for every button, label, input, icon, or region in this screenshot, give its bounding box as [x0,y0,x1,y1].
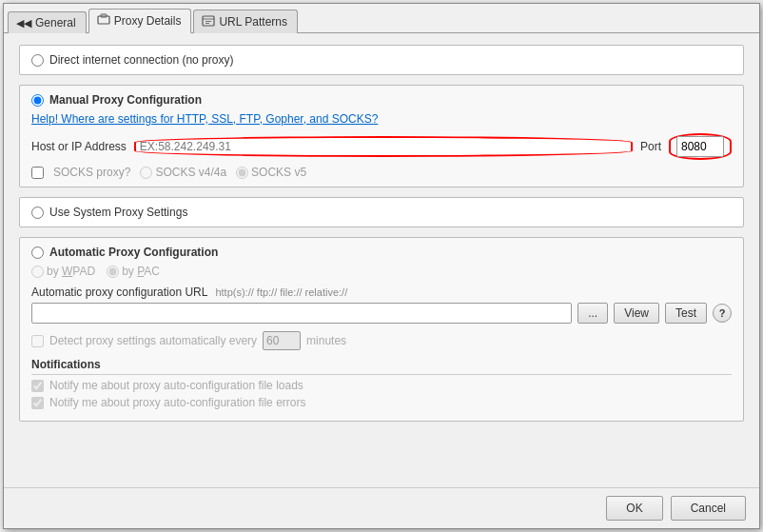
url-icon [202,14,215,30]
manual-section: Manual Proxy Configuration Help! Where a… [19,85,744,187]
socks-v4-option: SOCKS v4/4a [140,166,226,179]
proxy-icon [97,13,110,29]
auto-radio[interactable] [31,246,44,259]
socks-v5-option: SOCKS v5 [236,166,306,179]
socks-v4-radio[interactable] [140,167,152,179]
socks-row: SOCKS proxy? SOCKS v4/4a SOCKS v5 [31,166,732,179]
tab-general[interactable]: ◀◀ General [8,11,87,33]
view-button[interactable]: View [614,303,659,324]
tab-bar: ◀◀ General Proxy Details URL Patterns [4,4,759,33]
host-input[interactable] [134,136,633,157]
detect-interval-input[interactable] [263,331,301,350]
by-pac-radio[interactable] [107,266,119,278]
auto-section: Automatic Proxy Configuration by WPAD by… [19,237,744,422]
system-radio[interactable] [31,207,44,219]
direct-radio[interactable] [31,54,44,67]
host-row: Host or IP Address Port [31,133,732,160]
svg-rect-2 [203,16,214,26]
system-label: Use System Proxy Settings [49,206,187,219]
tab-general-label: General [35,16,76,30]
notifications-heading: Notifications [31,358,732,375]
port-input[interactable] [676,136,724,157]
by-row: by WPAD by PAC [31,265,732,278]
detect-label: Detect proxy settings automatically ever… [49,334,257,347]
help-link[interactable]: Help! Where are settings for HTTP, SSL, … [31,112,732,126]
notify1-row: Notify me about proxy auto-configuration… [31,379,732,392]
footer: OK Cancel [4,487,759,528]
minutes-label: minutes [306,334,346,347]
url-label-row: Automatic proxy configuration URL http(s… [31,286,732,299]
host-label: Host or IP Address [31,140,127,153]
notify1-label: Notify me about proxy auto-configuration… [49,379,303,392]
system-proxy-row[interactable]: Use System Proxy Settings [19,197,744,227]
tab-proxy-details[interactable]: Proxy Details [88,9,192,33]
notify2-row: Notify me about proxy auto-configuration… [31,396,732,409]
general-icon: ◀◀ [16,17,31,30]
tab-proxy-details-label: Proxy Details [114,14,182,28]
manual-radio-label: Manual Proxy Configuration [49,93,202,107]
detect-row: Detect proxy settings automatically ever… [31,331,732,350]
tab-url-patterns-label: URL Patterns [219,15,287,29]
port-label: Port [640,140,661,153]
direct-label: Direct internet connection (no proxy) [49,53,233,67]
url-label: Automatic proxy configuration URL [31,286,207,299]
by-wpad-radio[interactable] [31,266,44,278]
test-button[interactable]: Test [665,303,707,324]
ok-button[interactable]: OK [606,496,662,521]
notify2-label: Notify me about proxy auto-configuration… [49,396,305,409]
browse-button[interactable]: ... [577,303,608,324]
auto-radio-label: Automatic Proxy Configuration [49,246,218,259]
tab-url-patterns[interactable]: URL Patterns [193,10,298,33]
port-container [669,133,732,160]
content-area: Direct internet connection (no proxy) Ma… [4,33,759,487]
url-hint: http(s):// ftp:// file:// relative:// [215,286,347,298]
cancel-button[interactable]: Cancel [671,496,746,521]
notify1-checkbox[interactable] [31,380,44,392]
dialog: ◀◀ General Proxy Details URL Patterns Di… [3,3,760,529]
socks-v5-radio[interactable] [236,167,248,179]
socks-label: SOCKS proxy? [53,166,130,179]
notify2-checkbox[interactable] [31,397,44,409]
socks-checkbox[interactable] [31,167,44,179]
by-wpad-option: by WPAD [31,265,95,278]
help-button[interactable]: ? [713,304,732,323]
detect-checkbox[interactable] [31,335,44,347]
url-input[interactable] [31,303,572,324]
url-row: ... View Test ? [31,303,732,324]
manual-radio[interactable] [31,94,44,107]
direct-connection-row[interactable]: Direct internet connection (no proxy) [19,45,744,75]
by-pac-option: by PAC [107,265,160,278]
